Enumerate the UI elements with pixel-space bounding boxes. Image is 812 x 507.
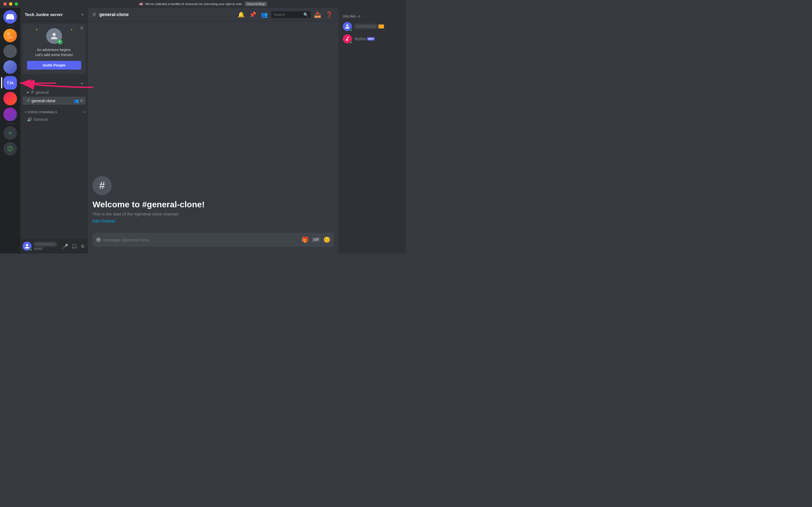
welcome-icon: # (93, 176, 112, 195)
server-header[interactable]: Tech Junkie server ▾ (20, 8, 88, 21)
rythm-status-dot (350, 41, 352, 44)
chat-content: # Welcome to #general-clone! This is the… (88, 21, 338, 233)
deafen-button[interactable]: 🎧 (70, 242, 79, 250)
channel-list: + ▶ # general # general-clone 👥 ⚙ (20, 76, 88, 239)
username-blurred (34, 242, 56, 246)
chevron-down-icon: ▾ (82, 12, 84, 17)
message-right-icons: 🎁 GIF 😊 (302, 236, 331, 243)
voice-channels-category[interactable]: ▾ VOICE CHANNELS + (20, 105, 88, 116)
hash-icon: # (31, 89, 34, 95)
message-input-box: ⊕ 🎁 GIF 😊 (93, 233, 334, 247)
user-status-dot (29, 248, 32, 251)
server-icon-red[interactable] (3, 92, 17, 105)
add-voice-channel-button[interactable]: + (83, 110, 86, 115)
channel-action-icons: 👥 ⚙ (74, 99, 84, 103)
search-box[interactable]: 🔍 (271, 11, 311, 18)
message-input[interactable] (103, 234, 299, 245)
popup-avatar: + (46, 28, 62, 44)
window-controls (3, 2, 18, 6)
server-icon-orange[interactable] (3, 29, 17, 42)
message-input-area: ⊕ 🎁 GIF 😊 (88, 233, 338, 253)
titlebar: 🇺🇸 We've collected a handful of resource… (0, 0, 406, 8)
pin-icon[interactable]: 📌 (248, 10, 257, 19)
member-avatar-blurred (343, 22, 352, 31)
search-input[interactable] (273, 12, 302, 17)
announcement-emoji: 🇺🇸 (139, 2, 143, 6)
channel-item-general-clone[interactable]: # general-clone 👥 ⚙ (22, 97, 86, 105)
mute-button[interactable]: 🎤 (61, 242, 69, 250)
member-badge-gold (378, 24, 384, 29)
gif-icon[interactable]: GIF (312, 237, 320, 242)
channel-sidebar: Tech Junkie server ▾ ✕ ✦ · + ✦ (20, 8, 88, 253)
member-avatar-rythm (343, 34, 352, 43)
discord-blog-link[interactable]: Discord Blog (245, 2, 267, 6)
channel-name-general-clone: general-clone (32, 99, 56, 103)
message-add-button[interactable]: ⊕ (96, 233, 101, 247)
server-name: Tech Junkie server (25, 12, 63, 17)
svg-rect-2 (7, 36, 13, 39)
close-button[interactable] (3, 2, 7, 6)
voice-channel-name-general: General (34, 117, 48, 122)
user-area: #0000 🎤 🎧 ⚙ (20, 239, 88, 253)
member-item-blurred[interactable] (341, 20, 404, 33)
add-channel-button[interactable]: + (80, 81, 84, 87)
members-list-icon[interactable]: 👥 (260, 10, 269, 19)
svg-point-1 (7, 33, 10, 36)
maximize-button[interactable] (15, 2, 18, 6)
emoji-icon[interactable]: 😊 (323, 236, 331, 243)
main-chat-area: # general-clone 🔔 📌 👥 🔍 📥 ❓ (88, 8, 338, 253)
announcement-text: We've collected a handful of resources f… (145, 2, 243, 6)
server-icon-purple2[interactable] (3, 108, 17, 121)
online-members-label: ONLINE—2 (341, 12, 404, 19)
server-icon-purple[interactable] (3, 60, 17, 74)
gift-icon[interactable]: 🎁 (302, 236, 309, 243)
user-info: #0000 (34, 242, 59, 250)
help-icon[interactable]: ❓ (324, 10, 334, 19)
add-member-icon[interactable]: 👥 (74, 99, 79, 103)
minimize-button[interactable] (9, 2, 12, 6)
inbox-icon[interactable]: 📥 (313, 10, 322, 19)
speaker-icon: 🔊 (27, 117, 32, 122)
chat-channel-name: general-clone (99, 12, 129, 17)
settings-icon[interactable]: ⚙ (80, 99, 84, 103)
explore-servers-button[interactable] (3, 142, 17, 156)
search-icon: 🔍 (303, 12, 308, 17)
user-settings-button[interactable]: ⚙ (80, 242, 86, 250)
hash-icon-clone: # (27, 98, 30, 104)
voice-channels-label: ▾ VOICE CHANNELS (25, 110, 57, 114)
rythm-name: Rythm (355, 37, 366, 41)
announcement-bar: 🇺🇸 We've collected a handful of resource… (139, 2, 267, 6)
invite-popup-text: An adventure begins. Let's add some frie… (27, 47, 81, 57)
server-icon-gray[interactable] (3, 45, 17, 58)
member-name-box (355, 24, 384, 29)
rythm-name-box: Rythm BOT (355, 37, 375, 41)
welcome-title: Welcome to #general-clone! (93, 200, 334, 209)
user-controls: 🎤 🎧 ⚙ (61, 242, 86, 250)
server-divider-2 (6, 123, 15, 124)
voice-channel-general[interactable]: 🔊 General (22, 116, 86, 123)
chat-header: # general-clone 🔔 📌 👥 🔍 📥 ❓ (88, 8, 338, 21)
chat-header-icons: 🔔 📌 👥 🔍 📥 ❓ (237, 10, 334, 19)
server-list: TJs + (0, 8, 20, 253)
edit-channel-link[interactable]: Edit Channel (93, 219, 115, 223)
server-icon-tj-active[interactable]: TJs (3, 76, 17, 90)
invite-people-button[interactable]: Invite People (27, 61, 81, 69)
channel-name-general: general (36, 90, 49, 95)
bot-badge: BOT (367, 37, 375, 41)
add-server-button[interactable]: + (3, 126, 17, 140)
collapse-icon: ▾ (25, 111, 27, 114)
notification-bell-icon[interactable]: 🔔 (237, 10, 246, 19)
welcome-description: This is the start of the #general-clone … (93, 212, 334, 216)
members-sidebar: ONLINE—2 (338, 8, 406, 253)
channel-arrow-icon: ▶ (27, 91, 29, 94)
server-divider (6, 26, 15, 26)
welcome-section: # Welcome to #general-clone! This is the… (93, 172, 334, 228)
channel-item-general[interactable]: ▶ # general (22, 88, 86, 96)
user-avatar (22, 242, 32, 251)
member-status-dot (350, 29, 352, 32)
server-icon-discord-home[interactable] (3, 10, 17, 24)
channel-hash-icon: # (93, 11, 96, 18)
hash-welcome-icon: # (99, 180, 105, 191)
member-item-rythm[interactable]: Rythm BOT (341, 33, 404, 45)
member-name-blurred (355, 25, 377, 28)
